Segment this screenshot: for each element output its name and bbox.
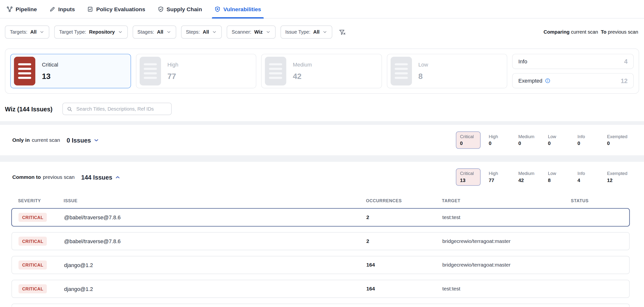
count-critical[interactable]: Critical 0 [456,132,480,149]
pipeline-icon [6,6,13,12]
tab-pipeline[interactable]: Pipeline [6,0,37,18]
chevron-down-icon [166,30,171,34]
search-icon [67,106,72,112]
tab-inputs[interactable]: Inputs [49,0,75,18]
section-divider [0,121,644,125]
filter-bar: Targets:All Target Type:Repository Stage… [0,18,644,42]
issue-cell: django@1.2 [64,262,366,268]
count-info[interactable]: Info 0 [578,134,599,146]
count-medium[interactable]: Medium 0 [518,134,540,146]
chevron-down-icon [266,30,270,34]
occurrences-cell: 164 [366,262,442,268]
issue-cell: django@1.2 [64,286,366,292]
inputs-icon [49,6,55,12]
info-card[interactable]: Info 4 [512,54,634,69]
group-prefix: Common to [12,174,41,180]
supply-chain-icon [158,6,164,12]
group-issues-toggle[interactable]: 0 Issues [66,137,99,144]
filter-steps[interactable]: Steps:All [181,26,222,39]
filter-scanner[interactable]: Scanner:Wiz [227,26,276,39]
col-header-occurrences: OCCURRENCES [366,198,442,203]
severity-card-count: 77 [167,72,178,81]
table-row[interactable]: CRITICAL @babel/traverse@7.8.6 2 bridgec… [12,232,630,250]
low-list-icon [390,57,412,86]
severity-badge: CRITICAL [18,236,47,246]
issues-table: SEVERITY ISSUE OCCURRENCES TARGET STATUS… [0,192,644,298]
filter-target-type[interactable]: Target Type:Repository [54,26,128,39]
col-header-target: TARGET [442,198,571,203]
col-header-severity: SEVERITY [18,198,64,203]
severity-card-medium[interactable]: Medium 42 [261,54,382,88]
table-row[interactable]: CRITICAL django@1.2 164 bridgecrewio/ter… [12,256,630,274]
comparing-label: Comparing current scan To previous scan [544,29,638,35]
filter-value: Repository [89,29,115,35]
filter-value: All [30,29,36,35]
scanner-header: Wiz (144 Issues) [0,94,644,121]
chevron-up-icon [115,174,120,180]
count-info[interactable]: Info 4 [578,171,599,183]
target-cell: bridgecrewio/terragoat:master [442,262,571,268]
tab-label: Pipeline [16,6,37,12]
table-row[interactable]: CRITICAL @babel/traverse@7.8.6 2 test:te… [12,208,630,226]
tab-policy-evaluations[interactable]: Policy Evaluations [87,0,145,18]
group-issues-toggle[interactable]: 144 Issues [81,174,120,180]
group-scope: previous scan [43,174,74,180]
group-scope: current scan [32,137,60,143]
group-common-previous: Common to previous scan 144 Issues Criti… [0,162,644,192]
severity-card-high[interactable]: High 77 [136,54,256,88]
filter-issue-type[interactable]: Issue Type:All [280,26,332,39]
exempted-card[interactable]: Exempted 12 [512,73,634,88]
chevron-down-icon [40,30,44,34]
comparing-to: To [601,29,606,35]
clear-filters-icon[interactable] [339,28,346,36]
filter-label: Targets: [10,29,27,35]
col-header-issue: ISSUE [64,198,366,203]
table-row-partial[interactable] [12,304,630,307]
chevron-down-icon [212,30,217,34]
severity-card-label: High [167,62,178,68]
severity-card-label: Low [418,62,428,68]
count-high[interactable]: High 77 [489,171,510,183]
target-cell: test:test [442,286,571,292]
target-cell: bridgecrewio/terragoat:master [442,238,571,244]
count-medium[interactable]: Medium 42 [518,171,540,183]
filter-label: Steps: [186,29,200,35]
search-input[interactable] [76,106,167,112]
exempted-card-count: 12 [620,77,628,84]
filter-stages[interactable]: Stages:All [132,26,176,39]
comparing-lead: Comparing [544,29,570,35]
info-icon[interactable] [545,78,550,83]
group-only-current: Only in current scan 0 Issues Critical 0… [0,125,644,156]
issue-cell: @babel/traverse@7.8.6 [64,238,366,244]
severity-card-low[interactable]: Low 8 [387,54,507,88]
tab-label: Inputs [58,6,75,12]
count-high[interactable]: High 0 [489,134,510,146]
count-exempted[interactable]: Exempted 0 [607,134,628,146]
high-list-icon [139,57,161,86]
filter-targets[interactable]: Targets:All [5,26,49,39]
issue-cell: @babel/traverse@7.8.6 [64,214,366,220]
table-row[interactable]: CRITICAL django@1.2 164 test:test [12,280,630,298]
tab-supply-chain[interactable]: Supply Chain [158,0,202,18]
severity-summary: Critical 13 High 77 Medium 42 Low 8 [5,48,639,94]
count-low[interactable]: Low 8 [548,171,569,183]
count-critical[interactable]: Critical 13 [456,168,480,186]
section-divider [0,155,644,162]
count-low[interactable]: Low 0 [548,134,569,146]
group-severity-counts: Critical 13 High 77 Medium 42 Low 8 Info… [456,168,628,186]
exempted-card-label: Exempted [518,78,542,84]
tab-vulnerabilities[interactable]: Vulnerabilities [214,0,261,18]
info-card-label: Info [518,58,527,64]
filter-value: Wiz [254,29,263,35]
tab-label: Supply Chain [166,6,202,12]
severity-card-critical[interactable]: Critical 13 [10,54,131,88]
filter-value: All [157,29,164,35]
vulnerabilities-icon [214,6,220,12]
count-exempted[interactable]: Exempted 12 [607,171,628,183]
occurrences-cell: 2 [366,238,442,244]
tab-label: Policy Evaluations [96,6,145,12]
chevron-down-icon [94,138,99,143]
severity-card-count: 8 [418,72,428,81]
occurrences-cell: 164 [366,286,442,292]
col-header-status: STATUS [571,198,630,203]
